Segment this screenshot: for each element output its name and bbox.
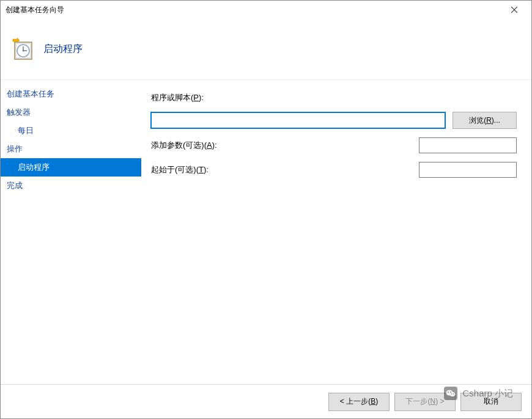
wizard-body: 创建基本任务触发器每日操作启动程序完成 程序或脚本(P): 浏览(R)... 添… <box>1 80 531 384</box>
wizard-window: 创建基本任务向导 启动程序 创建基本任务触发器每日操作启动程序完成 程序或脚本( <box>0 0 532 419</box>
close-icon <box>511 7 517 13</box>
sidebar-step-3[interactable]: 操作 <box>1 140 141 158</box>
wizard-footer: < 上一步(B) 下一步(N) > 取消 <box>1 384 531 418</box>
next-button[interactable]: 下一步(N) > <box>394 393 456 411</box>
sidebar-step-5[interactable]: 完成 <box>1 177 141 195</box>
sidebar-step-2[interactable]: 每日 <box>1 122 141 140</box>
program-input[interactable] <box>151 112 445 128</box>
startin-label: 起始于(可选)(T): <box>151 164 231 175</box>
startin-input[interactable] <box>419 162 517 178</box>
sidebar-step-1[interactable]: 触发器 <box>1 103 141 122</box>
wizard-header: 启动程序 <box>1 19 531 80</box>
arguments-input[interactable] <box>419 137 517 153</box>
titlebar: 创建基本任务向导 <box>1 1 531 19</box>
form-panel: 程序或脚本(P): 浏览(R)... 添加参数(可选)(A): 起始于(可选)(… <box>141 80 531 384</box>
program-label: 程序或脚本(P): <box>151 92 231 103</box>
sidebar-step-4[interactable]: 启动程序 <box>1 158 141 177</box>
back-button[interactable]: < 上一步(B) <box>328 393 390 411</box>
svg-point-5 <box>23 49 24 51</box>
sidebar-step-0[interactable]: 创建基本任务 <box>1 85 141 103</box>
cancel-button[interactable]: 取消 <box>460 393 522 411</box>
window-title: 创建基本任务向导 <box>6 5 502 15</box>
arguments-label: 添加参数(可选)(A): <box>151 140 231 151</box>
page-heading: 启动程序 <box>43 43 83 56</box>
steps-sidebar: 创建基本任务触发器每日操作启动程序完成 <box>1 80 141 384</box>
task-scheduler-icon <box>10 37 35 62</box>
close-button[interactable] <box>502 1 526 18</box>
browse-button[interactable]: 浏览(R)... <box>453 112 517 129</box>
